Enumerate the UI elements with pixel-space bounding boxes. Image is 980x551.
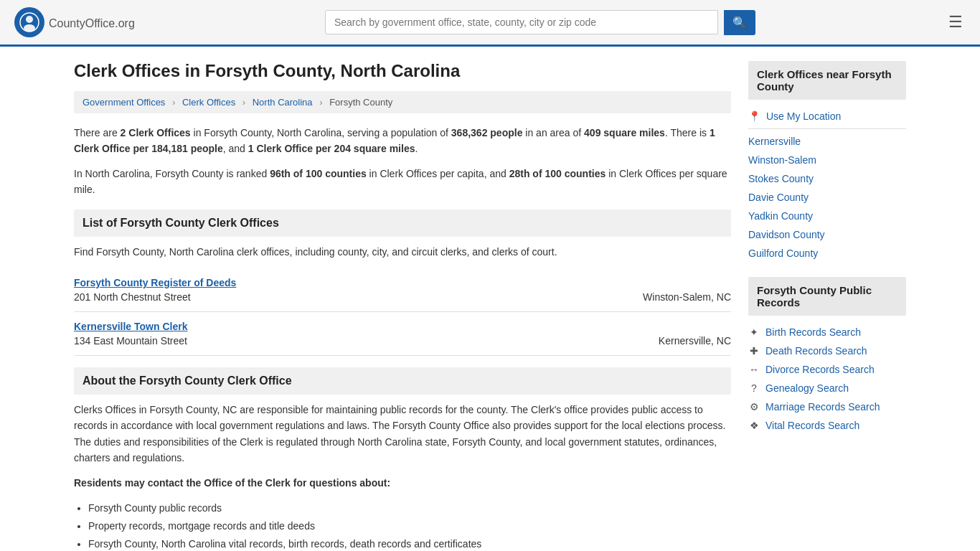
nearby-link-winston-salem[interactable]: Winston-Salem [748, 154, 816, 166]
nearby-link-guilford-county[interactable]: Guilford County [748, 248, 818, 259]
sidebar-records-vital[interactable]: ❖ Vital Records Search [748, 416, 906, 435]
desc-2-clerk-offices: 2 Clerk Offices [121, 127, 191, 138]
nearby-link-davidson-county[interactable]: Davidson County [748, 229, 825, 240]
svg-point-1 [26, 16, 33, 23]
divorce-records-icon: ↔ [748, 364, 760, 375]
site-logo-text[interactable]: CountyOffice.org [49, 14, 135, 31]
description-para-2: In North Carolina, Forsyth County is ran… [74, 166, 731, 198]
about-contact-header: Residents may contact the Office of the … [74, 475, 731, 491]
description-para-1: There are 2 Clerk Offices in Forsyth Cou… [74, 125, 731, 157]
about-text: Clerks Offices in Forsyth County, NC are… [74, 402, 731, 466]
logo-icon [14, 7, 44, 37]
breadcrumb: Government Offices › Clerk Offices › Nor… [74, 91, 731, 113]
content-area: Clerk Offices in Forsyth County, North C… [74, 61, 731, 551]
office-address-1: 201 North Chestnut Street [74, 291, 191, 303]
birth-records-icon: ✦ [748, 326, 760, 338]
desc-area: 409 square miles [584, 127, 665, 138]
list-section-intro: Find Forsyth County, North Carolina cler… [74, 244, 731, 260]
sidebar-nearby-kernersville[interactable]: Kernersville [748, 132, 906, 151]
sidebar-nearby-title: Clerk Offices near Forsyth County [748, 61, 906, 100]
nearby-link-davie-county[interactable]: Davie County [748, 192, 809, 203]
search-icon: 🔍 [732, 17, 747, 29]
about-section: About the Forsyth County Clerk Office Cl… [74, 367, 731, 551]
nearby-link-kernersville[interactable]: Kernersville [748, 136, 801, 147]
bullet-item-1: Forsyth County public records [88, 499, 731, 517]
menu-button[interactable]: ☰ [946, 10, 966, 34]
main-container: Clerk Offices in Forsyth County, North C… [60, 47, 920, 551]
desc-population: 368,362 people [451, 127, 523, 138]
genealogy-link[interactable]: Genealogy Search [765, 382, 849, 394]
death-records-icon: ✚ [748, 345, 760, 357]
office-row-1: 201 North Chestnut Street Winston-Salem,… [74, 291, 731, 303]
sidebar-records-death[interactable]: ✚ Death Records Search [748, 342, 906, 360]
sidebar-records-title: Forsyth County Public Records [748, 277, 906, 316]
search-input[interactable] [325, 10, 718, 34]
sidebar-nearby-box: Clerk Offices near Forsyth County 📍 Use … [748, 61, 906, 263]
sidebar-nearby-stokes[interactable]: Stokes County [748, 169, 906, 188]
sidebar-records-birth[interactable]: ✦ Birth Records Search [748, 323, 906, 342]
sidebar-nearby-davie[interactable]: Davie County [748, 188, 906, 207]
office-row-2: 134 East Mountain Street Kernersville, N… [74, 335, 731, 347]
office-city-1: Winston-Salem, NC [643, 291, 731, 303]
sidebar-records-box: Forsyth County Public Records ✦ Birth Re… [748, 277, 906, 435]
sidebar-nearby-guilford[interactable]: Guilford County [748, 244, 906, 263]
sidebar-nearby-davidson[interactable]: Davidson County [748, 225, 906, 244]
search-area: 🔍 [325, 10, 755, 35]
sidebar: Clerk Offices near Forsyth County 📍 Use … [748, 61, 906, 551]
desc-per-mile: 1 Clerk Office per 204 square miles [248, 143, 415, 154]
sidebar-nearby-winston-salem[interactable]: Winston-Salem [748, 151, 906, 169]
use-my-location-link[interactable]: Use My Location [766, 110, 841, 122]
birth-records-link[interactable]: Birth Records Search [765, 326, 861, 338]
hamburger-icon: ☰ [948, 13, 963, 31]
location-pin-icon: 📍 [748, 110, 760, 122]
bullet-item-3: Forsyth County, North Carolina vital rec… [88, 535, 731, 551]
sidebar-records-genealogy[interactable]: ? Genealogy Search [748, 379, 906, 397]
logo-area: CountyOffice.org [14, 7, 135, 37]
search-button[interactable]: 🔍 [724, 10, 755, 35]
office-entry-2: Kernersville Town Clerk 134 East Mountai… [74, 312, 731, 356]
genealogy-icon: ? [748, 382, 760, 394]
bullet-item-2: Property records, mortgage records and t… [88, 517, 731, 535]
header: CountyOffice.org 🔍 ☰ [0, 0, 980, 47]
nearby-link-yadkin-county[interactable]: Yadkin County [748, 210, 813, 222]
desc-rank-mile: 28th of 100 counties [509, 168, 606, 179]
breadcrumb-link-nc[interactable]: North Carolina [253, 97, 313, 108]
office-link-1[interactable]: Forsyth County Register of Deeds [74, 277, 236, 288]
office-city-2: Kernersville, NC [659, 335, 731, 347]
office-link-2[interactable]: Kernersville Town Clerk [74, 321, 187, 332]
desc-rank-capita: 96th of 100 counties [270, 168, 367, 179]
marriage-records-icon: ⚙ [748, 401, 760, 413]
breadcrumb-current: Forsyth County [329, 97, 392, 108]
sidebar-nearby-yadkin[interactable]: Yadkin County [748, 207, 906, 225]
marriage-records-link[interactable]: Marriage Records Search [765, 401, 880, 413]
sidebar-records-marriage[interactable]: ⚙ Marriage Records Search [748, 397, 906, 416]
breadcrumb-link-clerk-offices[interactable]: Clerk Offices [182, 97, 235, 108]
list-section-header: List of Forsyth County Clerk Offices [74, 209, 731, 237]
divorce-records-link[interactable]: Divorce Records Search [765, 364, 875, 375]
death-records-link[interactable]: Death Records Search [765, 345, 867, 357]
breadcrumb-link-gov-offices[interactable]: Government Offices [83, 97, 165, 108]
about-section-header: About the Forsyth County Clerk Office [74, 367, 731, 395]
office-address-2: 134 East Mountain Street [74, 335, 187, 347]
sidebar-divider-1 [748, 128, 906, 129]
sidebar-records-divorce[interactable]: ↔ Divorce Records Search [748, 360, 906, 379]
about-bullet-list: Forsyth County public records Property r… [88, 499, 731, 551]
page-title: Clerk Offices in Forsyth County, North C… [74, 61, 731, 81]
vital-records-icon: ❖ [748, 420, 760, 431]
sidebar-use-location[interactable]: 📍 Use My Location [748, 107, 906, 126]
office-entry-1: Forsyth County Register of Deeds 201 Nor… [74, 268, 731, 312]
vital-records-link[interactable]: Vital Records Search [765, 420, 859, 431]
header-right: ☰ [946, 10, 966, 34]
nearby-link-stokes-county[interactable]: Stokes County [748, 173, 814, 184]
